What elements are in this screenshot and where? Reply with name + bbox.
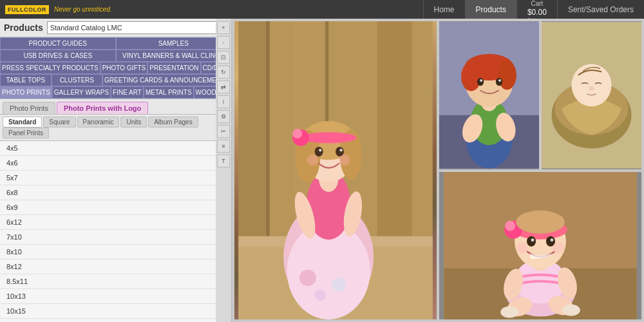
sub-tab-units[interactable]: Units — [120, 117, 147, 128]
icon-rotate[interactable]: ↻ — [217, 66, 230, 79]
svg-point-68 — [516, 210, 565, 233]
svg-point-29 — [339, 155, 350, 166]
cat-photo-gifts[interactable]: PHOTO GIFTS — [100, 62, 148, 74]
left-icons-strip: + - ⊡ ↻ ⇄ i ⚙ ✂ ≡ T — [216, 19, 232, 322]
icon-zoom-in[interactable]: + — [217, 21, 230, 34]
cat-usb-drives[interactable]: USB DRIVES & CASES — [0, 50, 116, 62]
products-header: Products Standard Catalog LMC — [0, 19, 231, 37]
category-nav: PRODUCT GUIDES SAMPLES USB DRIVES & CASE… — [0, 37, 231, 99]
products-title: Products — [4, 23, 43, 33]
list-item[interactable]: 10x13 — [0, 289, 231, 304]
photo-baby-girl-thumb — [439, 172, 641, 320]
list-item[interactable]: 7x10 — [0, 230, 231, 245]
list-item[interactable]: 6x12 — [0, 215, 231, 230]
logo-brand: FULLCOLOR — [5, 5, 49, 14]
cat-row-1: PRODUCT GUIDES SAMPLES — [0, 37, 231, 50]
logo-area: FULLCOLOR Never go unnoticed. — [0, 0, 117, 19]
cart-label: Cart — [531, 0, 543, 8]
list-item[interactable]: 8x12 — [0, 260, 231, 274]
cat-press-specialty[interactable]: PRESS SPECIALTY PRODUCTS — [0, 62, 100, 74]
cat-product-guides[interactable]: PRODUCT GUIDES — [0, 37, 116, 50]
icon-layers[interactable]: ≡ — [217, 140, 230, 153]
list-item[interactable]: 8.5x11 — [0, 274, 231, 289]
tab-bar: Photo Prints Photo Prints with Logo — [0, 99, 231, 115]
icon-zoom-out[interactable]: - — [217, 36, 230, 49]
photo-girl-main-image — [234, 21, 437, 319]
svg-point-12 — [315, 290, 326, 301]
svg-point-44 — [480, 79, 482, 82]
nav-home[interactable]: Home — [423, 0, 465, 19]
list-item[interactable]: 4x5 — [0, 141, 231, 156]
svg-point-23 — [292, 129, 302, 138]
list-item[interactable]: 5x7 — [0, 171, 231, 185]
sub-tab-panoramic[interactable]: Panoramic — [77, 117, 120, 128]
svg-point-41 — [498, 61, 516, 90]
nav-cart[interactable]: Cart $0.00 0 Items — [516, 0, 557, 19]
svg-point-11 — [332, 278, 346, 292]
cat-greeting-cards[interactable]: GREETING CARDS & ANNOUNCEMENTS — [102, 74, 231, 86]
svg-point-45 — [498, 79, 501, 82]
svg-point-10 — [299, 269, 316, 286]
top-nav: FULLCOLOR Never go unnoticed. Home Produ… — [0, 0, 644, 19]
cat-clusters[interactable]: CLUSTERS — [52, 74, 103, 86]
list-item[interactable]: 4x6 — [0, 156, 231, 171]
list-item[interactable]: 10x16 — [0, 319, 231, 322]
photo-main — [234, 21, 437, 319]
nav-products[interactable]: Products — [465, 0, 516, 19]
cat-row-4: TABLE TOPS CLUSTERS GREETING CARDS & ANN… — [0, 74, 231, 86]
nav-items: Home Products Cart $0.00 0 Items Sent/Sa… — [423, 0, 644, 19]
cat-photo-prints[interactable]: PHOTO PRINTS — [0, 86, 52, 99]
cat-table-tops[interactable]: TABLE TOPS — [0, 74, 52, 86]
svg-point-72 — [550, 238, 553, 242]
icon-text[interactable]: T — [217, 155, 230, 167]
photo-boy-thumb — [439, 21, 539, 169]
sub-tab-standard[interactable]: Standard — [3, 117, 42, 128]
list-item[interactable]: 6x8 — [0, 185, 231, 200]
sub-tab-bar: Standard Square Panoramic Units Album Pa… — [0, 115, 231, 141]
cat-row-5: PHOTO PRINTS GALLERY WRAPS FINE ART META… — [0, 86, 231, 99]
list-item[interactable]: 10x15 — [0, 304, 231, 319]
sub-tab-album-pages[interactable]: Album Pages — [148, 117, 198, 128]
right-panel — [232, 19, 644, 322]
svg-point-71 — [531, 238, 535, 242]
svg-point-24 — [315, 147, 323, 156]
svg-point-59 — [500, 306, 518, 317]
logo-tagline: Never go unnoticed. — [54, 6, 112, 13]
photo-newborn-thumb — [542, 21, 641, 169]
cat-samples[interactable]: SAMPLES — [116, 37, 232, 50]
svg-point-51 — [589, 86, 594, 90]
svg-point-67 — [505, 220, 515, 231]
icon-crop[interactable]: ✂ — [217, 125, 230, 138]
cat-fine-art[interactable]: FINE ART — [111, 86, 144, 99]
tab-photo-prints[interactable]: Photo Prints — [3, 102, 55, 114]
svg-point-28 — [307, 155, 318, 166]
icon-settings[interactable]: ⚙ — [217, 110, 230, 123]
sub-tab-square[interactable]: Square — [43, 117, 75, 128]
list-item[interactable]: 6x9 — [0, 200, 231, 215]
svg-point-40 — [461, 62, 481, 91]
cat-gallery-wraps[interactable]: GALLERY WRAPS — [52, 86, 111, 99]
catalog-select[interactable]: Standard Catalog LMC — [47, 21, 227, 34]
svg-point-60 — [562, 304, 580, 316]
icon-flip[interactable]: ⇄ — [217, 80, 230, 93]
nav-sent-orders[interactable]: Sent/Saved Orders — [557, 0, 644, 19]
svg-point-27 — [339, 149, 342, 151]
svg-point-73 — [516, 242, 528, 253]
list-item[interactable]: 8x10 — [0, 245, 231, 260]
cat-row-2: USB DRIVES & CASES VINYL BANNERS & WALL … — [0, 50, 231, 62]
svg-point-42 — [477, 78, 484, 86]
svg-point-74 — [553, 242, 564, 253]
left-panel: Products Standard Catalog LMC PRODUCT GU… — [0, 19, 232, 322]
tab-photo-prints-logo[interactable]: Photo Prints with Logo — [57, 102, 148, 114]
cart-price: $0.00 — [527, 8, 547, 17]
main-layout: Products Standard Catalog LMC PRODUCT GU… — [0, 19, 644, 322]
photo-top-right — [439, 21, 641, 169]
cat-metal-prints[interactable]: METAL PRINTS — [144, 86, 194, 99]
product-list: 4x5 4x6 5x7 6x8 6x9 6x12 7x10 8x10 8x12 … — [0, 141, 231, 322]
cat-presentation[interactable]: PRESENTATION — [147, 62, 200, 74]
svg-point-69 — [527, 236, 536, 246]
icon-info[interactable]: i — [217, 95, 230, 108]
icon-fit[interactable]: ⊡ — [217, 51, 230, 64]
cat-vinyl-banners[interactable]: VINYL BANNERS & WALL CLINGS — [116, 50, 232, 62]
sub-tab-panel-prints[interactable]: Panel Prints — [3, 128, 49, 138]
